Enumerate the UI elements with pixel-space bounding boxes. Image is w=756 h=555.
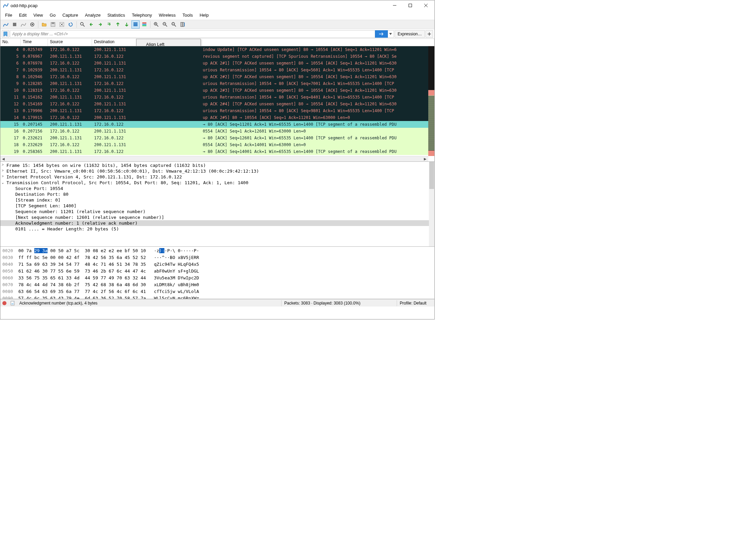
tree-tcp-ack[interactable]: Acknowledgment number: 1 (relative ack n… <box>0 220 434 226</box>
tree-ip[interactable]: Internet Protocol Version 4, Src: 200.12… <box>0 174 434 180</box>
maximize-button[interactable] <box>402 0 418 11</box>
menu-capture[interactable]: Capture <box>59 11 82 19</box>
packet-bytes-pane[interactable]: 0020 00 7a 29 3a 00 50 a7 5c 30 08 e2 e2… <box>0 247 434 299</box>
hex-line[interactable]: 0020 00 7a 29 3a 00 50 a7 5c 30 08 e2 e2… <box>2 247 432 254</box>
resize-columns-icon[interactable] <box>179 20 187 29</box>
menu-align-left[interactable]: Align Left <box>137 40 200 46</box>
close-button[interactable] <box>418 0 434 11</box>
packet-row[interactable]: 80.102946172.16.0.122200.121.1.131up ACK… <box>0 73 428 80</box>
packet-minimap[interactable] <box>428 46 434 156</box>
save-file-icon[interactable] <box>49 20 57 29</box>
stop-capture-icon[interactable] <box>11 20 19 29</box>
menu-help[interactable]: Help <box>196 11 212 19</box>
svg-rect-8 <box>52 22 54 24</box>
column-header-source[interactable]: Source <box>48 39 92 46</box>
packet-row[interactable]: 130.179906200.121.1.131172.16.0.122uriou… <box>0 107 428 114</box>
packet-row[interactable]: 110.154162200.121.1.131172.16.0.122uriou… <box>0 94 428 101</box>
go-to-packet-icon[interactable] <box>105 20 113 29</box>
packet-row[interactable]: 60.076978172.16.0.122200.121.1.131up ACK… <box>0 60 428 67</box>
add-filter-button[interactable] <box>426 30 433 38</box>
go-to-last-icon[interactable] <box>123 20 131 29</box>
menu-file[interactable]: File <box>2 11 16 19</box>
window-controls <box>387 0 434 11</box>
find-packet-icon[interactable] <box>78 20 87 29</box>
hex-line[interactable]: 0090 57 4c 6c 35 63 43 79 4e 6d 63 36 52… <box>2 295 432 299</box>
zoom-reset-icon[interactable]: 1 <box>170 20 178 29</box>
column-header-area[interactable]: Align Left Align Center Align Right Colu… <box>136 39 434 46</box>
menu-analyze[interactable]: Analyze <box>82 11 104 19</box>
packet-row[interactable]: 120.154169172.16.0.122200.121.1.131up AC… <box>0 101 428 107</box>
svg-point-6 <box>32 24 33 25</box>
zoom-out-icon[interactable] <box>161 20 169 29</box>
apply-filter-button[interactable] <box>375 30 388 38</box>
svg-line-21 <box>157 25 158 27</box>
auto-scroll-icon[interactable] <box>131 20 140 29</box>
menu-edit[interactable]: Edit <box>16 11 30 19</box>
hex-line[interactable]: 0060 33 56 75 35 65 61 33 4d 44 59 77 49… <box>2 275 432 281</box>
bookmark-icon[interactable] <box>2 30 9 38</box>
go-back-icon[interactable] <box>87 20 95 29</box>
menu-view[interactable]: View <box>30 11 46 19</box>
menu-telephony[interactable]: Telephony <box>128 11 155 19</box>
packet-row[interactable]: 100.128319172.16.0.122200.121.1.131up AC… <box>0 87 428 94</box>
details-vscrollbar[interactable] <box>429 162 434 246</box>
tree-tcp-seq[interactable]: Sequence number: 11201 (relative sequenc… <box>0 209 434 214</box>
column-header-no[interactable]: No. <box>0 39 21 46</box>
tree-ethernet[interactable]: Ethernet II, Src: Vmware_c0:00:01 (00:50… <box>0 168 434 174</box>
packet-list-body[interactable]: 40.025749172.16.0.122200.121.1.131indow … <box>0 46 434 161</box>
zoom-in-icon[interactable] <box>152 20 160 29</box>
hex-line[interactable]: 0030 ff ff bc 5e 00 00 42 4f 78 42 56 35… <box>2 254 432 261</box>
colorize-icon[interactable] <box>140 20 148 29</box>
column-header-time[interactable]: Time <box>21 39 48 46</box>
start-capture-icon[interactable] <box>2 20 10 29</box>
packet-row[interactable]: 50.076967200.121.1.131172.16.0.122reviou… <box>0 53 428 60</box>
go-forward-icon[interactable] <box>96 20 104 29</box>
packet-row[interactable]: 140.179915172.16.0.122200.121.1.131up AC… <box>0 114 428 121</box>
status-profile[interactable]: Profile: Default <box>397 300 434 306</box>
menu-go[interactable]: Go <box>46 11 59 19</box>
menu-statistics[interactable]: Statistics <box>104 11 128 19</box>
tree-tcp-stream[interactable]: [Stream index: 0] <box>0 197 434 203</box>
toolbar: 1 <box>0 20 434 29</box>
menu-tools[interactable]: Tools <box>179 11 196 19</box>
column-header-destination[interactable]: Destination <box>92 39 136 46</box>
tree-tcp-dstport[interactable]: Destination Port: 80 <box>0 191 434 197</box>
hex-line[interactable]: 0040 71 5a 69 63 39 34 54 77 48 4c 71 46… <box>2 261 432 268</box>
packet-row[interactable]: 190.258365200.121.1.131172.16.0.122→ 80 … <box>0 148 428 155</box>
expression-button[interactable]: Expression… <box>395 30 425 38</box>
packet-row[interactable]: 90.128285200.121.1.131172.16.0.122urious… <box>0 80 428 87</box>
hex-line[interactable]: 0070 78 4c 44 4d 74 38 6b 2f 75 42 68 38… <box>2 281 432 288</box>
packet-row[interactable]: 70.102939200.121.1.131172.16.0.122urious… <box>0 67 428 73</box>
capture-file-properties-icon[interactable] <box>8 301 17 306</box>
packet-row[interactable]: 160.207156172.16.0.122200.121.1.1310554 … <box>0 128 428 135</box>
packet-details-pane[interactable]: Frame 15: 1454 bytes on wire (11632 bits… <box>0 162 434 247</box>
tree-tcp-nextseq[interactable]: [Next sequence number: 12601 (relative s… <box>0 214 434 220</box>
hex-line[interactable]: 0050 61 62 46 30 77 55 6e 59 73 46 2b 67… <box>2 268 432 275</box>
svg-text:1: 1 <box>173 23 174 25</box>
tree-tcp-hdrlen[interactable]: 0101 .... = Header Length: 20 bytes (5) <box>0 226 434 232</box>
display-filter-input[interactable] <box>10 30 375 38</box>
packet-row[interactable]: 180.232629172.16.0.122200.121.1.1310554 … <box>0 141 428 148</box>
reload-icon[interactable] <box>67 20 75 29</box>
go-to-first-icon[interactable] <box>114 20 122 29</box>
tree-tcp-srcport[interactable]: Source Port: 10554 <box>0 186 434 191</box>
minimize-button[interactable] <box>387 0 402 11</box>
tree-tcp[interactable]: Transmission Control Protocol, Src Port:… <box>0 180 434 186</box>
menu-wireless[interactable]: Wireless <box>155 11 179 19</box>
open-file-icon[interactable] <box>40 20 48 29</box>
close-file-icon[interactable] <box>58 20 66 29</box>
status-packets: Packets: 3083 · Displayed: 3083 (100.0%) <box>282 300 397 306</box>
tree-tcp-seglen[interactable]: [TCP Segment Len: 1400] <box>0 203 434 209</box>
filter-history-dropdown[interactable] <box>388 30 394 38</box>
svg-rect-4 <box>13 23 16 26</box>
window-title: odd-http.pcap <box>11 3 387 8</box>
packet-list-hscrollbar[interactable]: ◀▶ <box>0 156 428 161</box>
restart-capture-icon[interactable] <box>19 20 28 29</box>
expert-info-icon[interactable] <box>0 301 8 306</box>
packet-row[interactable]: 170.232621200.121.1.131172.16.0.122→ 80 … <box>0 135 428 141</box>
hex-line[interactable]: 0080 63 66 54 63 69 35 6a 77 77 4c 2f 56… <box>2 288 432 295</box>
packet-row[interactable]: 150.207145200.121.1.131172.16.0.122→ 80 … <box>0 121 428 128</box>
packet-row[interactable]: 40.025749172.16.0.122200.121.1.131indow … <box>0 46 428 53</box>
tree-frame[interactable]: Frame 15: 1454 bytes on wire (11632 bits… <box>0 162 434 168</box>
capture-options-icon[interactable] <box>28 20 36 29</box>
